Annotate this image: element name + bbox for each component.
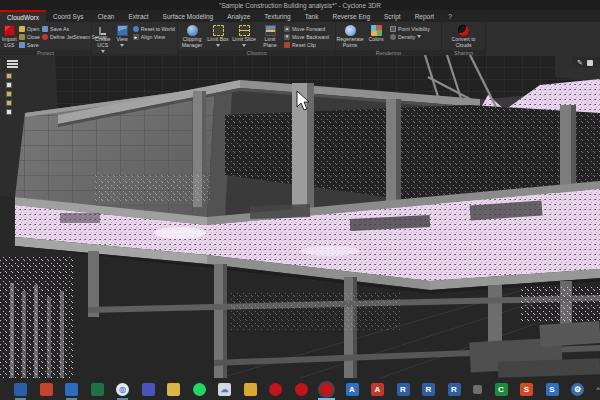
app-glyph: R [400,383,406,396]
move-backward-button[interactable]: ▼ Move Backward [284,33,329,40]
colors-palette-icon [371,25,382,36]
convert-to-clouds-button[interactable]: Convert to Clouds [452,24,476,50]
limit-box-button[interactable]: Limit Box [206,24,230,48]
viewport-quick-icon-5[interactable] [6,109,12,115]
viewport-quick-icon-3[interactable] [6,91,12,97]
save-label: Save [27,42,39,48]
chevron-down-icon [120,44,124,47]
ribbon-tab-bar: CloudWorx Coord Sys Clean Extract Surfac… [0,10,600,22]
tab-surface-modeling[interactable]: Surface Modeling [156,10,221,22]
ribbon-group-orientation: Create UCS View Reset to World ▸ Align [92,22,178,55]
close-button[interactable]: Close [19,33,40,40]
convert-to-clouds-icon [458,25,469,36]
save-button[interactable]: Save [19,41,40,48]
tab-coord-sys[interactable]: Coord Sys [46,10,90,22]
taskbar-icon-whatsapp[interactable] [193,383,206,396]
clipping-manager-icon [187,25,198,36]
taskbar-icon-onedrive[interactable]: ☁ [218,383,231,396]
point-visibility-button[interactable]: Point Visibility [390,25,430,32]
viewport-quick-icon-4[interactable] [6,100,12,106]
taskbar-icon-leica-2[interactable] [295,383,308,396]
system-tray: ^ [597,386,600,393]
limit-slice-button[interactable]: Limit Slice [232,24,256,48]
partial-tool-icon[interactable] [587,60,593,66]
tab-analyze[interactable]: Analyze [220,10,257,22]
app-glyph: A [349,383,355,396]
taskbar-icon-cyclone-core[interactable]: C [495,383,508,396]
tab-tank[interactable]: Tank [298,10,326,22]
clipping-manager-button[interactable]: Clipping Manager [180,24,204,50]
reset-to-world-button[interactable]: Reset to World [133,25,175,32]
limit-slice-icon [239,25,250,36]
limit-slice-label: Limit Slice [232,37,256,43]
viewport-quick-icon-1[interactable] [6,73,12,79]
colors-button[interactable]: Colors [364,24,388,44]
taskbar-icon-cyclone-3dr[interactable] [320,383,333,396]
viewport-menu-button[interactable] [7,60,18,68]
taskbar-icon-register360-2[interactable]: R [422,383,435,396]
taskbar-icon-s-blue[interactable]: S [546,383,559,396]
limit-box-icon [213,25,224,36]
tray-expand-icon[interactable]: ^ [597,386,600,393]
taskbar-icon-chrome[interactable]: ◎ [116,383,129,396]
taskbar-icon-teams[interactable] [142,383,155,396]
move-backward-label: Move Backward [292,34,329,40]
regenerate-points-button[interactable]: Regenerate Points [338,24,362,50]
save-disk-icon [19,42,25,48]
app-glyph: ◎ [119,383,126,396]
app-glyph: S [524,383,529,396]
align-view-arrow-icon: ▸ [133,34,139,40]
save-as-disk-icon [42,26,48,32]
view-button[interactable]: View [113,24,130,48]
taskbar-icon-register360-1[interactable]: R [397,383,410,396]
tab-extract[interactable]: Extract [121,10,155,22]
tab-clean[interactable]: Clean [90,10,121,22]
reset-clip-button[interactable]: Reset Clip [284,41,329,48]
limit-plane-button[interactable]: Limit Plane [258,24,282,50]
view-label: View [117,37,128,43]
taskbar-icon-a-red[interactable]: A [371,383,384,396]
edit-pencil-icon[interactable]: ✎ [577,59,583,66]
taskbar-icon-calculator[interactable] [167,383,180,396]
import-lgs-label: Import LGS [2,37,17,49]
hamburger-icon [7,60,18,62]
viewport-3d-scene[interactable] [0,55,600,378]
viewport[interactable]: ✎ [0,55,600,378]
move-forward-icon: ▲ [284,26,290,32]
taskbar-icon-powerpoint[interactable] [40,383,53,396]
taskbar-icon-a-blue[interactable]: A [346,383,359,396]
tab-help[interactable]: ? [441,10,459,22]
jetstream-server-icon [42,34,48,40]
open-folder-icon [19,26,25,32]
taskbar-icon-file-explorer[interactable] [244,383,257,396]
taskbar-icon-word[interactable] [14,383,27,396]
tab-report[interactable]: Report [408,10,442,22]
limit-plane-label: Limit Plane [258,37,282,49]
taskbar-icon-utility[interactable] [473,385,482,394]
taskbar-icon-leica-1[interactable] [269,383,282,396]
align-view-button[interactable]: ▸ Align View [133,33,175,40]
viewport-quick-icon-2[interactable] [6,82,12,88]
taskbar-icon-excel[interactable] [91,383,104,396]
create-ucs-label: Create UCS [94,37,111,49]
taskbar-icon-s-red[interactable]: S [520,383,533,396]
density-button[interactable]: Density [390,33,430,40]
chevron-down-icon [417,35,421,38]
tab-script[interactable]: Script [377,10,408,22]
limit-plane-icon [265,25,276,36]
app-glyph: C [498,383,504,396]
move-forward-button[interactable]: ▲ Move Forward [284,25,329,32]
tab-reverse-eng[interactable]: Reverse Eng [325,10,377,22]
tab-texturing[interactable]: Texturing [257,10,297,22]
taskbar-icon-settings[interactable]: ⚙ [571,383,584,396]
ribbon-group-sharing: Convert to Clouds Sharing [442,22,486,55]
taskbar-icon-outlook[interactable] [65,383,78,396]
taskbar-icon-register360-3[interactable]: R [448,383,461,396]
ribbon-group-rendering: Regenerate Points Colors Point Visibilit… [336,22,442,55]
import-lgs-button[interactable]: Import LGS [2,24,17,50]
tab-cloudworx[interactable]: CloudWorx [0,10,46,22]
cyclone-3dr-window: "Sample Construction Building analysis*"… [0,0,600,400]
create-ucs-button[interactable]: Create UCS [94,24,111,54]
app-glyph: R [426,383,432,396]
open-button[interactable]: Open [19,25,40,32]
